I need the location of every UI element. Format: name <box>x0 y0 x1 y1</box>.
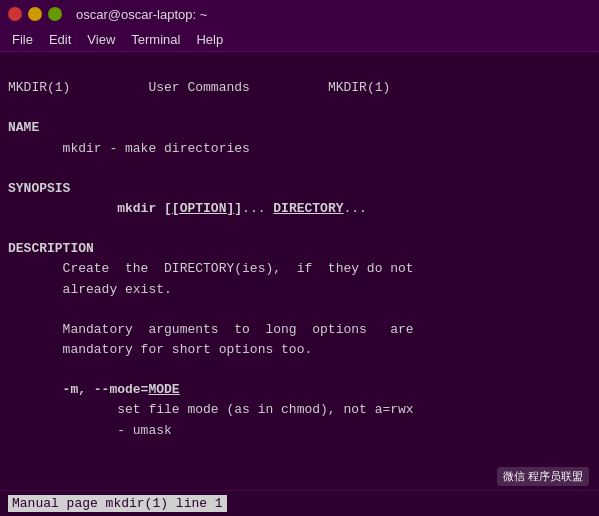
status-text: Manual page mkdir(1) line 1 <box>8 495 227 512</box>
terminal-content: MKDIR(1) User Commands MKDIR(1) NAME mkd… <box>0 52 599 490</box>
menu-edit[interactable]: Edit <box>41 30 79 49</box>
minimize-button[interactable] <box>28 7 42 21</box>
menu-bar: File Edit View Terminal Help <box>0 28 599 52</box>
status-bar: Manual page mkdir(1) line 1 <box>0 490 599 516</box>
title-bar: oscar@oscar-laptop: ~ <box>0 0 599 28</box>
menu-terminal[interactable]: Terminal <box>123 30 188 49</box>
menu-view[interactable]: View <box>79 30 123 49</box>
watermark: 微信 程序员联盟 <box>497 467 589 486</box>
maximize-button[interactable] <box>48 7 62 21</box>
menu-help[interactable]: Help <box>188 30 231 49</box>
menu-file[interactable]: File <box>4 30 41 49</box>
window-title: oscar@oscar-laptop: ~ <box>76 7 207 22</box>
close-button[interactable] <box>8 7 22 21</box>
name-section: NAME mkdir - make directories SYNOPSIS m… <box>8 120 414 437</box>
header-line: MKDIR(1) User Commands MKDIR(1) <box>8 80 390 95</box>
